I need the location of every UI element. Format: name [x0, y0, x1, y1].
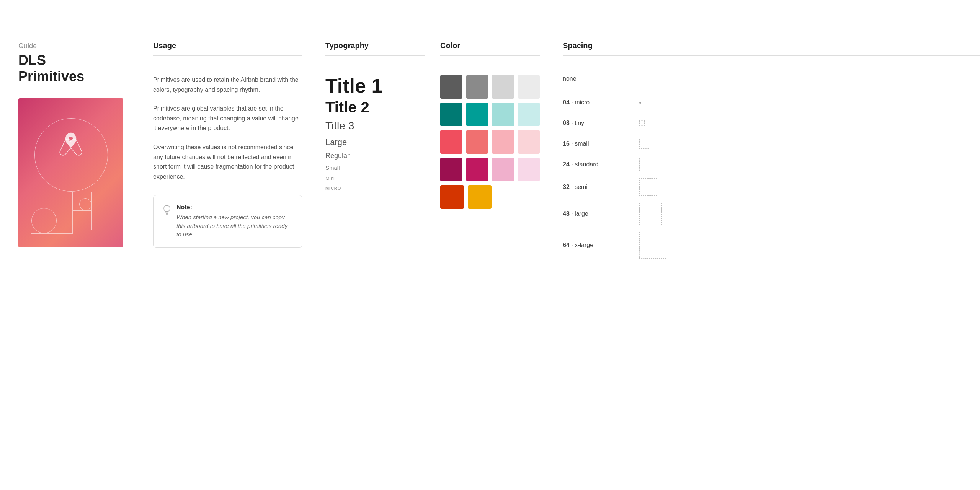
spacing-box-semi — [639, 178, 657, 196]
spacing-label-semi: 32 · semi — [563, 184, 639, 190]
spacing-label-large: 48 · large — [563, 210, 639, 217]
spacing-row-standard: 24 · standard — [563, 158, 980, 171]
sq-small-bottom — [73, 211, 92, 230]
bottom-squares — [31, 192, 111, 234]
color-swatch-coral — [466, 130, 488, 154]
color-row-grays — [440, 75, 540, 99]
sidebar: Guide DLS Primitives — [0, 0, 126, 490]
color-row-magentas — [440, 158, 540, 181]
sq-small-top — [73, 192, 92, 211]
spacing-box-large — [639, 203, 662, 225]
note-content: Note: When starting a new project, you c… — [176, 204, 293, 239]
lightbulb-icon — [163, 205, 171, 218]
color-swatch-magenta — [466, 158, 488, 181]
spacing-dot-micro — [639, 102, 641, 104]
color-swatch-orange — [440, 185, 464, 209]
typo-mini: Mini — [325, 176, 425, 181]
guide-label: Guide — [18, 42, 108, 50]
sq-left — [31, 192, 73, 234]
typo-large: Large — [325, 137, 425, 147]
color-swatch-pale-magenta — [518, 158, 540, 181]
spacing-label-xlarge: 64 · x-large — [563, 242, 639, 249]
color-swatch-light-coral — [492, 130, 514, 154]
spacing-label-micro: 04 · micro — [563, 99, 639, 106]
spacing-row-none: none — [563, 75, 980, 89]
spacing-label-none: none — [563, 75, 577, 82]
color-row-teals — [440, 103, 540, 126]
color-swatch-yellow — [468, 185, 492, 209]
color-swatch-dark-red — [440, 130, 462, 154]
typo-small: Small — [325, 164, 425, 171]
color-swatch-pale-teal — [518, 103, 540, 126]
color-row-warm — [440, 185, 540, 209]
airbnb-logo-icon — [59, 131, 82, 159]
color-swatch-dark-magenta — [440, 158, 462, 181]
color-swatch-dark-gray — [440, 75, 462, 99]
usage-paragraph-2: Primitives are global variables that are… — [153, 104, 302, 133]
usage-paragraph-3: Overwriting these values is not recommen… — [153, 142, 302, 181]
typo-title3: Title 3 — [325, 120, 425, 132]
sq-right — [73, 192, 111, 234]
svg-point-0 — [164, 205, 170, 212]
color-swatch-teal — [466, 103, 488, 126]
typography-header: Typography — [325, 41, 425, 56]
brand-card-inner — [31, 112, 111, 234]
section-typography: Typography Title 1 Title 2 Title 3 Large… — [325, 41, 425, 490]
spacing-label-small: 16 · small — [563, 140, 639, 147]
color-row-reds — [440, 130, 540, 154]
brand-card — [18, 98, 123, 247]
color-swatch-light-magenta — [492, 158, 514, 181]
typo-title1: Title 1 — [325, 75, 425, 97]
spacing-row-micro: 04 · micro — [563, 96, 980, 109]
spacing-box-xlarge — [639, 232, 666, 259]
spacing-box-standard — [639, 158, 653, 171]
spacing-box-tiny — [639, 120, 645, 126]
typography-items: Title 1 Title 2 Title 3 Large Regular Sm… — [325, 75, 425, 190]
color-swatch-dark-teal — [440, 103, 462, 126]
section-color: Color — [440, 41, 540, 490]
spacing-row-large: 48 · large — [563, 203, 980, 225]
spacing-row-xlarge: 64 · x-large — [563, 232, 980, 259]
spacing-header: Spacing — [563, 41, 980, 56]
spacing-box-small — [639, 139, 649, 149]
note-box: Note: When starting a new project, you c… — [153, 195, 302, 248]
main-content: Usage Primitives are used to retain the … — [126, 0, 980, 490]
section-usage: Usage Primitives are used to retain the … — [153, 41, 302, 490]
spacing-items: none 04 · micro 08 · tiny 16 · small 24 … — [563, 75, 980, 265]
spacing-row-semi: 32 · semi — [563, 178, 980, 196]
color-swatch-mid-gray — [466, 75, 488, 99]
typo-micro: MICRO — [325, 186, 425, 190]
usage-paragraph-1: Primitives are used to retain the Airbnb… — [153, 75, 302, 94]
usage-header: Usage — [153, 41, 302, 56]
typo-title2: Title 2 — [325, 98, 425, 116]
color-header: Color — [440, 41, 540, 56]
color-swatch-light-teal — [492, 103, 514, 126]
section-spacing: Spacing none 04 · micro 08 · tiny 16 · s… — [563, 41, 980, 490]
color-swatch-pale-pink — [518, 130, 540, 154]
note-title: Note: — [176, 204, 293, 211]
spacing-label-standard: 24 · standard — [563, 161, 639, 168]
brand-title: DLS Primitives — [18, 52, 108, 85]
note-text: When starting a new project, you can cop… — [176, 213, 293, 239]
color-swatch-off-white — [518, 75, 540, 99]
spacing-row-tiny: 08 · tiny — [563, 116, 980, 130]
spacing-label-tiny: 08 · tiny — [563, 120, 639, 127]
typo-regular: Regular — [325, 152, 425, 160]
spacing-row-small: 16 · small — [563, 137, 980, 151]
color-swatch-light-gray — [492, 75, 514, 99]
